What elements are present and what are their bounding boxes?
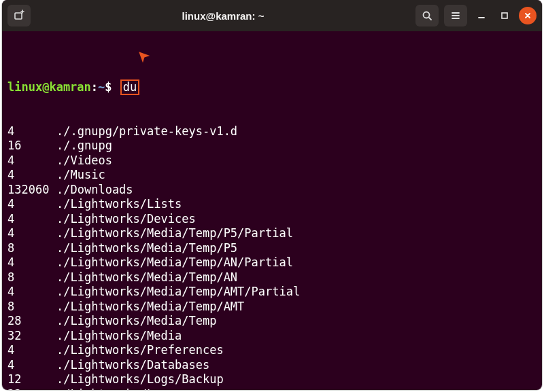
- output-row: 4./Lightworks/Media/Temp/AN/Partial: [7, 255, 534, 270]
- prompt-colon: :: [91, 80, 98, 94]
- output-path: ./.gnupg: [56, 139, 112, 154]
- output-path: ./Lightworks/Logs/Backup: [56, 372, 224, 387]
- output-size: 32: [7, 329, 56, 344]
- output-path: ./Lightworks/Media/Temp/AN: [56, 270, 237, 285]
- output-row: 4./.gnupg/private-keys-v1.d: [7, 124, 534, 139]
- output-path: ./Videos: [56, 154, 112, 168]
- output-path: ./.gnupg/private-keys-v1.d: [56, 124, 237, 139]
- prompt-user-host: linux@kamran: [7, 80, 91, 94]
- output-size: 4: [7, 154, 56, 168]
- prompt-dollar: $: [105, 80, 112, 94]
- output-size: 28: [7, 314, 56, 329]
- svg-point-1: [424, 12, 430, 18]
- close-button[interactable]: [519, 7, 537, 24]
- output-row: 4./Lightworks/Lists: [7, 197, 534, 212]
- output-path: ./Lightworks/Devices: [56, 212, 196, 227]
- output-row: 12./Lightworks/Logs/Backup: [7, 372, 534, 387]
- output-size: 4: [7, 197, 56, 212]
- output-path: ./Lightworks/Lists: [56, 197, 182, 212]
- highlighted-command: du: [120, 79, 139, 95]
- output-row: 8./Lightworks/Media/Temp/AMT: [7, 300, 534, 315]
- output-size: 32: [7, 387, 56, 391]
- prompt-line: linux@kamran:~$ du: [7, 79, 534, 95]
- output-path: ./Lightworks/Media/Temp/P5/Partial: [56, 226, 293, 241]
- output-size: 4: [7, 343, 56, 358]
- maximize-button[interactable]: [496, 7, 513, 24]
- output-row: 4./Lightworks/Devices: [7, 212, 534, 227]
- output-row: 16./.gnupg: [7, 139, 534, 154]
- output-size: 4: [7, 255, 56, 270]
- output-size: 12: [7, 372, 56, 387]
- output-row: 8./Lightworks/Media/Temp/P5: [7, 241, 534, 256]
- output-row: 32./Lightworks/Media: [7, 329, 534, 344]
- output-size: 4: [7, 212, 56, 227]
- output-size: 8: [7, 241, 56, 256]
- output-row: 32./Lightworks/Logs: [7, 387, 534, 391]
- command-text: du: [123, 80, 137, 94]
- terminal-window: linux@kamran: ~: [2, 0, 542, 390]
- output-row: 4./Lightworks/Preferences: [7, 343, 534, 358]
- output-path: ./Lightworks/Media: [56, 329, 182, 344]
- output-path: ./Lightworks/Logs: [56, 387, 175, 391]
- output-size: 4: [7, 124, 56, 139]
- output-path: ./Downloads: [56, 183, 133, 198]
- terminal-body[interactable]: ➤ linux@kamran:~$ du 4./.gnupg/private-k…: [2, 31, 542, 390]
- titlebar: linux@kamran: ~: [2, 0, 542, 31]
- output-size: 132060: [7, 183, 56, 198]
- new-tab-button[interactable]: [7, 5, 31, 26]
- output-path: ./Lightworks/Media/Temp/AMT: [56, 300, 244, 315]
- hamburger-menu-button[interactable]: [444, 5, 467, 26]
- minimize-button[interactable]: [473, 7, 490, 24]
- output-size: 4: [7, 285, 56, 300]
- svg-rect-2: [502, 13, 507, 18]
- output-row: 8./Lightworks/Media/Temp/AN: [7, 270, 534, 285]
- output-row: 28./Lightworks/Media/Temp: [7, 314, 534, 329]
- output-size: 4: [7, 226, 56, 241]
- svg-rect-0: [15, 13, 22, 19]
- output-row: 4./Lightworks/Databases: [7, 358, 534, 373]
- annotation-arrow-icon: ➤: [133, 45, 153, 65]
- output-row: 4./Music: [7, 168, 534, 183]
- output-size: 8: [7, 270, 56, 285]
- output-path: ./Lightworks/Media/Temp/AN/Partial: [56, 255, 293, 270]
- output-row: 4./Lightworks/Media/Temp/AMT/Partial: [7, 285, 534, 300]
- output-row: 4./Videos: [7, 154, 534, 168]
- output-path: ./Lightworks/Media/Temp: [56, 314, 216, 329]
- output-size: 8: [7, 300, 56, 315]
- output-path: ./Music: [56, 168, 105, 183]
- command-output: 4./.gnupg/private-keys-v1.d16./.gnupg4./…: [7, 124, 534, 391]
- search-button[interactable]: [415, 5, 439, 26]
- output-size: 4: [7, 168, 56, 183]
- output-path: ./Lightworks/Preferences: [56, 343, 224, 358]
- output-path: ./Lightworks/Media/Temp/P5: [56, 241, 237, 256]
- output-size: 4: [7, 358, 56, 373]
- window-title: linux@kamran: ~: [31, 10, 415, 22]
- output-row: 132060./Downloads: [7, 183, 534, 198]
- output-path: ./Lightworks/Media/Temp/AMT/Partial: [56, 285, 300, 300]
- output-size: 16: [7, 139, 56, 154]
- prompt-path: ~: [98, 80, 105, 94]
- output-row: 4./Lightworks/Media/Temp/P5/Partial: [7, 226, 534, 241]
- output-path: ./Lightworks/Databases: [56, 358, 209, 373]
